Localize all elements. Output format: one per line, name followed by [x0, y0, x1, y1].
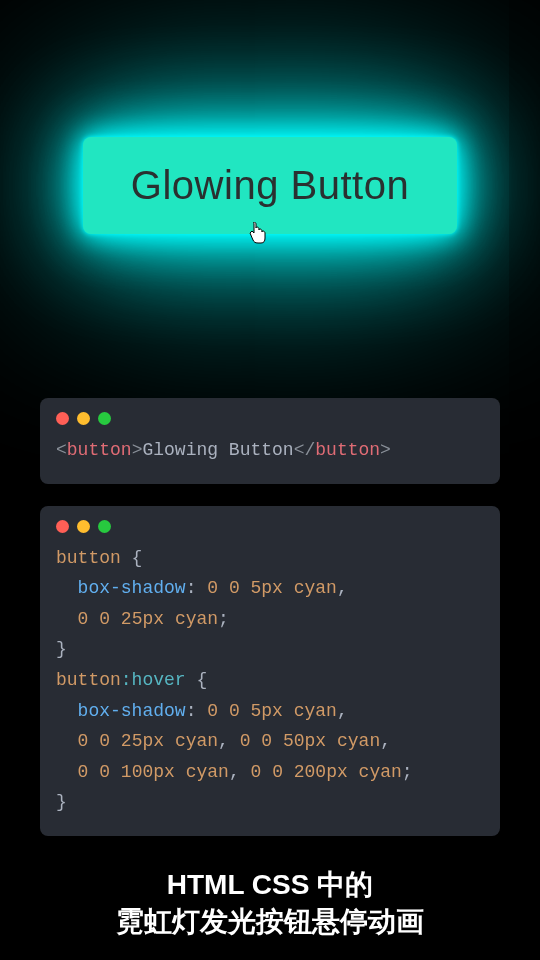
- code-token: cyan: [186, 762, 229, 782]
- code-token: button: [67, 440, 132, 460]
- code-token: button: [56, 548, 121, 568]
- css-code-block: button { box-shadow: 0 0 5px cyan, 0 0 2…: [40, 506, 500, 836]
- code-token: 0: [251, 762, 262, 782]
- zoom-dot-icon: [98, 520, 111, 533]
- code-token: 0: [99, 762, 110, 782]
- code-token: 5px: [251, 578, 283, 598]
- code-line: 0 0 25px cyan;: [56, 604, 484, 635]
- code-token: cyan: [359, 762, 402, 782]
- code-line: 0 0 100px cyan, 0 0 200px cyan;: [56, 757, 484, 788]
- code-token: cyan: [294, 578, 337, 598]
- code-token: box-shadow: [78, 701, 186, 721]
- code-token: >: [132, 440, 143, 460]
- code-token: 0: [207, 701, 218, 721]
- code-token: {: [186, 670, 208, 690]
- code-token: 0: [261, 731, 272, 751]
- caption-line-2: 霓虹灯发光按钮悬停动画: [0, 904, 540, 940]
- code-token: 100px: [121, 762, 175, 782]
- code-token: 0: [207, 578, 218, 598]
- code-token: 0: [78, 731, 89, 751]
- code-line: button:hover {: [56, 665, 484, 696]
- code-line: button {: [56, 543, 484, 574]
- code-token: <: [56, 440, 67, 460]
- code-token: 0: [99, 731, 110, 751]
- minimize-dot-icon: [77, 412, 90, 425]
- code-token: 50px: [283, 731, 326, 751]
- code-line: <button>Glowing Button</button>: [56, 435, 484, 466]
- code-line: }: [56, 634, 484, 665]
- close-dot-icon: [56, 412, 69, 425]
- code-token: 25px: [121, 731, 164, 751]
- code-token: {: [121, 548, 143, 568]
- code-token: 5px: [251, 701, 283, 721]
- code-token: Glowing Button: [142, 440, 293, 460]
- code-token: 200px: [294, 762, 348, 782]
- code-token: }: [56, 792, 67, 812]
- code-token: </: [294, 440, 316, 460]
- html-code-block: <button>Glowing Button</button>: [40, 398, 500, 484]
- code-token: 25px: [121, 609, 164, 629]
- code-token: 0: [99, 609, 110, 629]
- code-token: 0: [229, 701, 240, 721]
- code-token: box-shadow: [78, 578, 186, 598]
- code-token: }: [56, 639, 67, 659]
- code-token: cyan: [175, 731, 218, 751]
- code-token: 0: [78, 609, 89, 629]
- code-token: cyan: [337, 731, 380, 751]
- code-token: :hover: [121, 670, 186, 690]
- close-dot-icon: [56, 520, 69, 533]
- code-line: }: [56, 787, 484, 818]
- glowing-demo-button[interactable]: Glowing Button: [83, 137, 457, 234]
- caption-line-1: HTML CSS 中的: [0, 867, 540, 903]
- code-token: >: [380, 440, 391, 460]
- code-token: button: [315, 440, 380, 460]
- code-token: cyan: [294, 701, 337, 721]
- code-line: box-shadow: 0 0 5px cyan,: [56, 573, 484, 604]
- zoom-dot-icon: [98, 412, 111, 425]
- caption: HTML CSS 中的 霓虹灯发光按钮悬停动画: [0, 867, 540, 940]
- code-token: 0: [78, 762, 89, 782]
- code-token: cyan: [175, 609, 218, 629]
- code-token: 0: [229, 578, 240, 598]
- code-token: 0: [240, 731, 251, 751]
- demo-area: Glowing Button: [0, 0, 540, 370]
- code-line: 0 0 25px cyan, 0 0 50px cyan,: [56, 726, 484, 757]
- window-traffic-lights: [56, 412, 484, 425]
- window-traffic-lights: [56, 520, 484, 533]
- code-token: button: [56, 670, 121, 690]
- minimize-dot-icon: [77, 520, 90, 533]
- code-token: 0: [272, 762, 283, 782]
- code-line: box-shadow: 0 0 5px cyan,: [56, 696, 484, 727]
